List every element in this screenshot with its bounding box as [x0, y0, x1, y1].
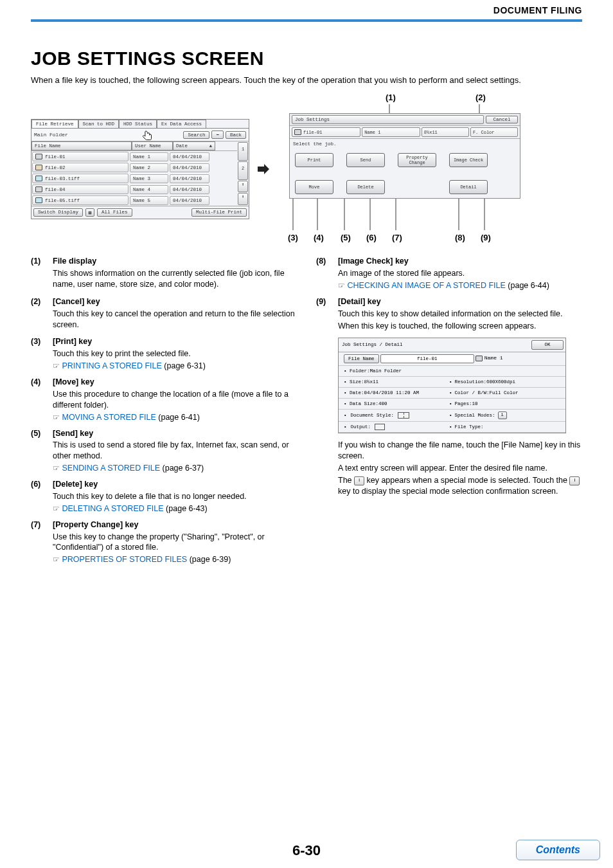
pager-up-button[interactable]: ⬆: [238, 181, 248, 193]
image-check-button[interactable]: Image Check: [449, 153, 488, 167]
xref-link[interactable]: DELETING A STORED FILE: [62, 504, 163, 513]
col-file-name[interactable]: File Name: [31, 141, 132, 150]
page-title: JOB SETTINGS SCREEN: [31, 48, 582, 69]
send-button[interactable]: Send: [346, 153, 385, 167]
search-button[interactable]: Search: [183, 131, 209, 139]
tab-ex-data-access[interactable]: Ex Data Access: [157, 120, 206, 128]
xref-link[interactable]: MOVING A STORED FILE: [62, 413, 155, 422]
post-text: If you wish to change the file name, tou…: [338, 440, 582, 462]
xref-link[interactable]: SENDING A STORED FILE: [62, 464, 160, 473]
output-icon: [375, 424, 385, 430]
delete-button[interactable]: Delete: [346, 180, 385, 194]
move-button[interactable]: Move: [295, 180, 333, 194]
callout-1: (1): [386, 93, 396, 102]
item-text: Use this key to change the property ("Sh…: [53, 532, 297, 554]
item-title: [Image Check] key: [338, 256, 582, 267]
xref-icon: ☞: [338, 281, 345, 290]
intro-text: When a file key is touched, the followin…: [31, 75, 582, 86]
xref-icon: ☞: [53, 464, 60, 473]
file-name-button[interactable]: File Name: [344, 354, 379, 363]
print-button[interactable]: Print: [295, 153, 333, 167]
table-row[interactable]: file-01 Name 1 04/04/2010: [31, 151, 237, 162]
switch-display-button[interactable]: Switch Display: [33, 208, 83, 217]
xref-link[interactable]: PRINTING A STORED FILE: [62, 361, 161, 370]
ok-button[interactable]: OK: [531, 340, 564, 349]
col-date-label: Date: [176, 143, 188, 149]
all-files-button[interactable]: All Files: [97, 208, 132, 217]
post-text: A text entry screen will appear. Enter t…: [338, 463, 582, 474]
thumbnail-toggle-icon[interactable]: ▦: [85, 208, 94, 217]
detail-datasize: Data Size:400: [350, 401, 387, 406]
item-title: [Move] key: [53, 377, 297, 388]
job-icon: [35, 176, 42, 181]
col-date[interactable]: Date ▲: [173, 141, 215, 150]
tab-scan-to-hdd[interactable]: Scan to HDD: [78, 120, 120, 128]
pager-down-button[interactable]: ⬇: [238, 193, 248, 205]
table-row[interactable]: file-03.tiff Name 3 04/04/2010: [31, 173, 237, 184]
file-name-value: file-01: [380, 354, 474, 363]
item-title: [Delete] key: [53, 479, 297, 490]
xref-icon: ☞: [53, 555, 60, 564]
arrow-right-icon: [254, 161, 271, 177]
xref-page: (page 6-39): [187, 555, 231, 564]
item-title: File display: [53, 256, 297, 267]
file-date: 04/04/2010: [170, 163, 209, 172]
item-num: (1): [31, 256, 53, 291]
file-user: Name 1: [130, 152, 168, 161]
callout-4: (4): [314, 233, 324, 242]
property-change-button[interactable]: Property Change: [398, 153, 436, 167]
back-arrow-button[interactable]: ⬅: [211, 131, 224, 139]
item-title: [Cancel] key: [53, 296, 297, 307]
job-settings-screen: Job Settings Cancel file-01 Name 1 8½x11…: [289, 113, 520, 199]
table-row[interactable]: file-05.tiff Name 5 04/04/2010: [31, 195, 237, 206]
job-icon: [35, 154, 42, 159]
xref-page: (page 6-44): [506, 281, 549, 290]
item-title: [Detail] key: [338, 296, 582, 307]
multi-file-print-button[interactable]: Multi-File Print: [191, 208, 247, 217]
callout-5: (5): [341, 233, 351, 242]
file-list-screen: File Retrieve Scan to HDD HDD Status Ex …: [31, 119, 249, 219]
item-title: [Print] key: [53, 336, 297, 347]
file-date: 04/04/2010: [170, 174, 209, 183]
item-text: This shows information on the currently …: [53, 268, 297, 290]
table-row[interactable]: file-04 Name 4 04/04/2010: [31, 184, 237, 195]
item-title: [Send] key: [53, 428, 297, 439]
detail-special: Special Modes:: [455, 412, 495, 419]
tab-hdd-status[interactable]: HDD Status: [119, 120, 157, 128]
item-text: When this key is touched, the following …: [338, 321, 582, 332]
back-button[interactable]: Back: [226, 131, 246, 139]
file-name: file-01: [45, 154, 66, 159]
job-settings-title: Job Settings: [292, 115, 484, 124]
item-text: Touch this key to delete a file that is …: [53, 491, 297, 502]
callout-2: (2): [475, 93, 486, 102]
callout-3: (3): [288, 233, 298, 242]
special-mode-info-icon[interactable]: i: [498, 411, 507, 419]
pager-total: 2: [238, 161, 248, 180]
item-text: Touch this key to print the selected fil…: [53, 348, 297, 359]
file-name: file-04: [45, 187, 66, 192]
item-num: (4): [31, 377, 53, 423]
xref-page: (page 6-41): [156, 413, 200, 422]
item-text: This is used to send a stored file by fa…: [53, 440, 297, 462]
file-user: Name 5: [130, 196, 168, 205]
file-user: Name 3: [130, 174, 168, 183]
detail-folder: Folder:Main Folder: [350, 368, 402, 374]
item-num: (9): [316, 296, 338, 498]
status-user: Name 1: [362, 127, 420, 137]
file-name: file-02: [45, 165, 66, 170]
cancel-button[interactable]: Cancel: [486, 116, 518, 123]
file-user: Name 2: [130, 163, 168, 172]
detail-button[interactable]: Detail: [449, 180, 488, 194]
detail-date: Date:04/04/2010 11:20 AM: [350, 390, 419, 395]
sort-asc-icon: ▲: [209, 143, 212, 149]
file-date: 04/04/2010: [170, 152, 209, 161]
xref-link[interactable]: PROPERTIES OF STORED FILES: [62, 555, 187, 564]
xref-link[interactable]: CHECKING AN IMAGE OF A STORED FILE: [347, 281, 505, 290]
xref-icon: ☞: [53, 361, 60, 370]
item-text: Touch this key to show detailed informat…: [338, 309, 582, 320]
table-row[interactable]: file-02 Name 2 04/04/2010: [31, 162, 237, 173]
tab-file-retrieve[interactable]: File Retrieve: [31, 120, 78, 128]
contents-button[interactable]: Contents: [516, 840, 600, 860]
special-mode-info-icon: i: [354, 476, 364, 485]
job-icon: [35, 186, 42, 192]
